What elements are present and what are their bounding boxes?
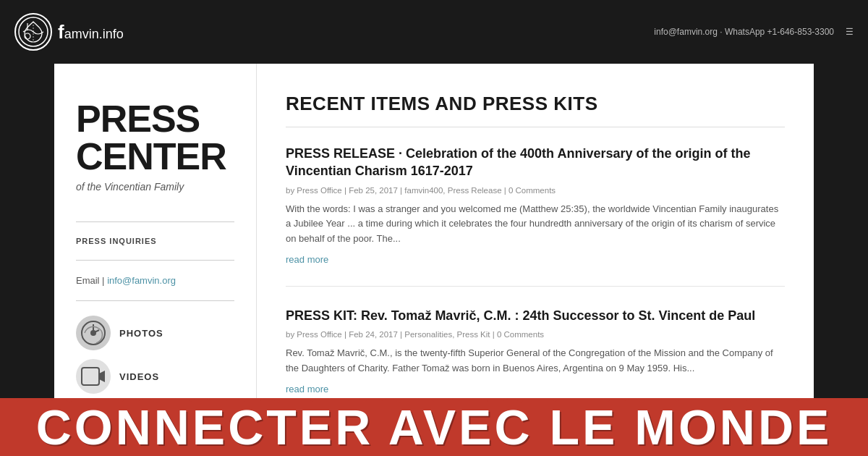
videos-item[interactable]: VIDEOS (76, 359, 234, 394)
svg-rect-6 (82, 368, 99, 385)
logo-icon (14, 13, 52, 51)
header: famvin.info info@famvin.org · WhatsApp +… (0, 0, 868, 64)
sidebar-divider-3 (76, 300, 234, 301)
sidebar-divider-2 (76, 260, 234, 261)
article-item: PRESS RELEASE · Celebration of the 400th… (286, 145, 785, 287)
svg-marker-7 (99, 371, 105, 382)
photos-label: PHOTOS (119, 328, 163, 339)
photos-icon (76, 316, 111, 350)
article-meta-1: by Press Office | Feb 25, 2017 | famvin4… (286, 186, 785, 195)
contact-info: info@famvin.org · WhatsApp +1-646-853-33… (654, 27, 854, 37)
page-wrapper: famvin.info info@famvin.org · WhatsApp +… (0, 0, 868, 456)
sidebar: PRESS CENTER of the Vincentian Family PR… (54, 64, 257, 398)
press-center-subtitle: of the Vincentian Family (76, 181, 234, 193)
main-content: RECENT ITEMS AND PRESS KITS PRESS RELEAS… (257, 64, 814, 398)
press-center-title: PRESS CENTER (76, 100, 234, 175)
read-more-2[interactable]: read more (286, 384, 328, 394)
press-inquiries-label: PRESS INQUIRIES (76, 237, 234, 245)
banner-text: CONNECTER AVEC LE MONDE (36, 399, 833, 455)
section-title: RECENT ITEMS AND PRESS KITS (286, 93, 785, 127)
banner-overlay: CONNECTER AVEC LE MONDE (0, 398, 868, 456)
article-item-2: PRESS KIT: Rev. Tomaž Mavrič, C.M. : 24t… (286, 307, 785, 398)
videos-label: VIDEOS (119, 371, 159, 382)
logo-area: famvin.info (14, 13, 124, 51)
logo-text: famvin.info (58, 21, 124, 43)
article-meta-2: by Press Office | Feb 24, 2017 | Persona… (286, 330, 785, 339)
article-excerpt-2: Rev. Tomaž Mavrič, C.M., is the twenty-f… (286, 346, 785, 376)
email-link[interactable]: info@famvin.org (107, 275, 176, 286)
article-title-2[interactable]: PRESS KIT: Rev. Tomaž Mavrič, C.M. : 24t… (286, 307, 785, 324)
hamburger-menu[interactable]: ☰ (846, 27, 854, 37)
article-title-1[interactable]: PRESS RELEASE · Celebration of the 400th… (286, 145, 785, 180)
read-more-1[interactable]: read more (286, 254, 328, 265)
svg-point-5 (90, 330, 96, 336)
videos-icon (76, 359, 111, 394)
sidebar-divider (76, 221, 234, 222)
article-excerpt-1: With the words: I was a stranger and you… (286, 202, 785, 247)
photos-item[interactable]: PHOTOS (76, 316, 234, 350)
email-line: Email | info@famvin.org (76, 275, 234, 286)
header-right: info@famvin.org · WhatsApp +1-646-853-33… (654, 27, 854, 37)
content-wrapper: PRESS CENTER of the Vincentian Family PR… (54, 64, 814, 398)
